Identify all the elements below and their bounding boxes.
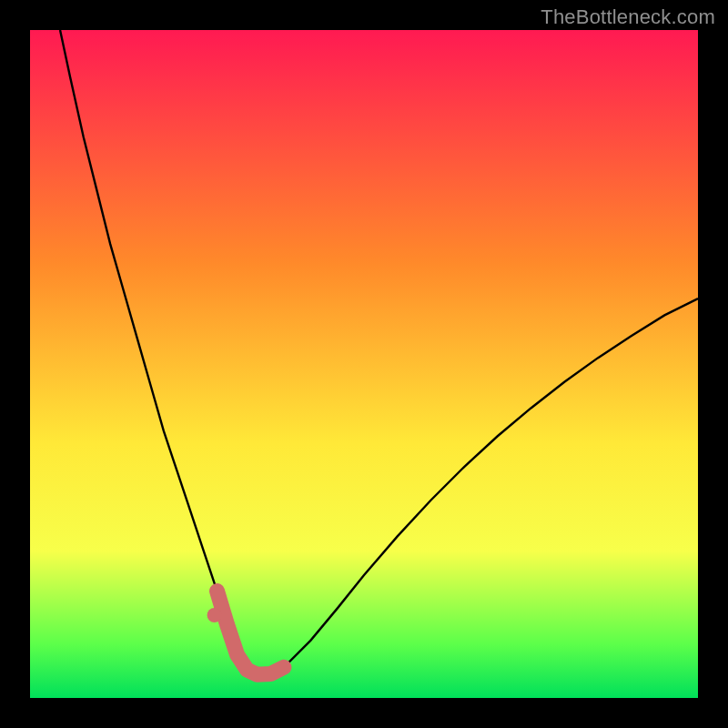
gradient-background bbox=[30, 30, 698, 698]
watermark-text: TheBottleneck.com bbox=[541, 5, 715, 29]
highlight-dot bbox=[207, 608, 222, 622]
bottleneck-chart bbox=[30, 30, 698, 698]
chart-stage: TheBottleneck.com bbox=[0, 0, 728, 728]
